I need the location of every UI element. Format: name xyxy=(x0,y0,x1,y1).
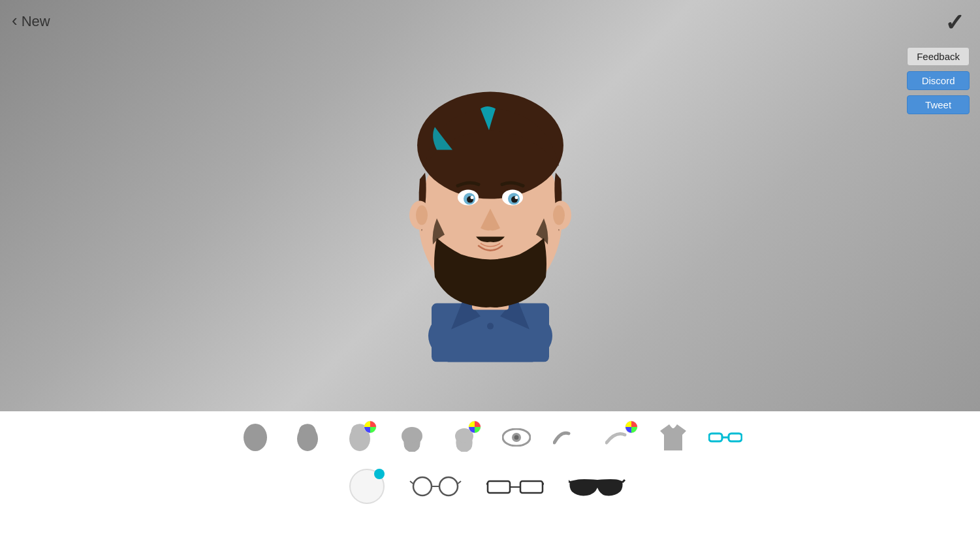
chevron-left-icon: ‹ xyxy=(12,10,18,31)
glasses-icon-btn[interactable] xyxy=(708,420,742,454)
svg-point-37 xyxy=(439,477,458,496)
avatar-svg xyxy=(379,36,601,362)
glasses-rect-thin-option[interactable] xyxy=(481,473,549,500)
discord-button[interactable]: Discord xyxy=(907,71,970,90)
glasses-dark-wrap-icon xyxy=(569,475,631,498)
back-button[interactable]: ‹ New xyxy=(12,12,50,31)
selected-indicator xyxy=(374,469,385,479)
shirt-icon xyxy=(659,423,688,452)
svg-line-39 xyxy=(410,481,413,484)
no-glasses-icon xyxy=(349,469,385,504)
hair-style-icon xyxy=(294,422,321,452)
svg-point-20 xyxy=(244,424,267,451)
eyes-icon xyxy=(502,428,531,447)
glasses-dark-wrap-option[interactable] xyxy=(563,472,637,501)
category-icon-row xyxy=(238,420,742,454)
beard-color-icon-btn[interactable] xyxy=(447,420,481,454)
glasses-icon xyxy=(708,430,742,445)
svg-rect-1 xyxy=(432,304,549,362)
svg-point-19 xyxy=(553,206,565,225)
glasses-none-option[interactable] xyxy=(344,466,390,507)
confirm-button[interactable]: ✓ xyxy=(945,9,964,37)
tweet-button[interactable]: Tweet xyxy=(907,95,970,114)
svg-line-47 xyxy=(622,480,625,482)
eyebrows-icon-btn[interactable] xyxy=(552,420,586,454)
glasses-round-thin-icon xyxy=(409,475,462,497)
eyebrow-color-wheel-icon xyxy=(625,420,638,433)
check-icon: ✓ xyxy=(945,9,964,36)
eyebrow-color-icon-btn[interactable] xyxy=(604,420,638,454)
svg-point-15 xyxy=(514,196,518,199)
hair-color-icon-btn[interactable] xyxy=(343,420,377,454)
glasses-round-thin-option[interactable] xyxy=(404,473,467,500)
beard-icon-btn[interactable] xyxy=(395,420,429,454)
svg-point-17 xyxy=(416,206,428,225)
svg-line-40 xyxy=(458,481,461,484)
svg-rect-32 xyxy=(729,433,742,441)
eyes-icon-btn[interactable] xyxy=(499,420,533,454)
svg-rect-42 xyxy=(520,481,543,493)
avatar-display xyxy=(366,29,614,369)
svg-point-29 xyxy=(514,435,518,440)
eyebrows-icon xyxy=(553,428,584,447)
beard-color-wheel-icon xyxy=(468,420,481,433)
back-label: New xyxy=(22,13,50,30)
glasses-rect-thin-icon xyxy=(486,475,544,497)
beard-icon xyxy=(399,423,425,452)
svg-line-46 xyxy=(569,480,570,482)
svg-rect-31 xyxy=(709,433,722,441)
feedback-button[interactable]: Feedback xyxy=(907,47,970,66)
face-shape-icon xyxy=(242,423,268,452)
svg-rect-41 xyxy=(488,481,510,493)
face-shape-icon-btn[interactable] xyxy=(238,420,272,454)
avatar-area: ‹ New ✓ Feedback Discord Tweet xyxy=(0,0,980,411)
glasses-options-row xyxy=(344,466,637,507)
svg-point-14 xyxy=(470,196,473,199)
color-wheel-icon xyxy=(364,420,377,433)
svg-point-4 xyxy=(487,323,494,330)
toolbar-area xyxy=(0,411,980,551)
svg-point-36 xyxy=(413,477,432,496)
right-panel: Feedback Discord Tweet xyxy=(907,47,970,114)
hair-style-icon-btn[interactable] xyxy=(291,420,324,454)
shirt-icon-btn[interactable] xyxy=(656,420,690,454)
